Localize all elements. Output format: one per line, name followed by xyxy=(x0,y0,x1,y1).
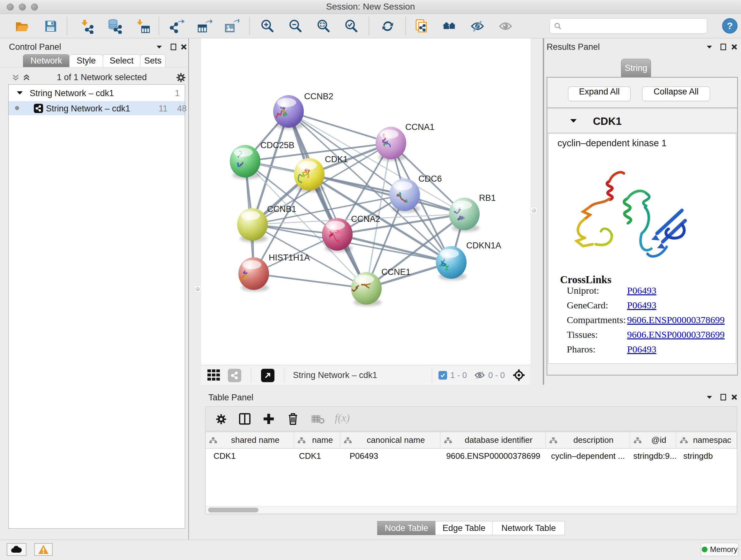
function-builder-icon[interactable]: f(x) xyxy=(335,412,350,424)
tab-sets[interactable]: Sets xyxy=(140,54,165,67)
warning-button[interactable] xyxy=(34,543,53,556)
hide-selected-icon[interactable] xyxy=(470,18,485,34)
import-database-icon[interactable] xyxy=(107,18,122,34)
float-menu-icon[interactable] xyxy=(155,43,165,52)
tab-string[interactable]: String xyxy=(621,59,651,77)
home-icon[interactable] xyxy=(442,18,457,34)
export-network-icon[interactable] xyxy=(170,18,185,34)
tab-network-table[interactable]: Network Table xyxy=(492,521,565,535)
memory-button[interactable]: Memory xyxy=(701,543,738,556)
float-window-icon[interactable] xyxy=(170,43,179,52)
float-menu-icon[interactable] xyxy=(705,393,715,402)
expand-all-button[interactable]: Expand All xyxy=(568,86,630,101)
close-panel-icon[interactable] xyxy=(730,393,740,402)
open-in-browser-icon[interactable] xyxy=(261,369,274,382)
clone-network-icon[interactable] xyxy=(414,18,429,34)
delete-table-icon[interactable] xyxy=(311,415,325,425)
add-column-icon[interactable] xyxy=(262,413,275,427)
network-type-badge-icon[interactable] xyxy=(228,369,241,382)
node-RB1[interactable] xyxy=(449,198,480,232)
crosslink-link[interactable]: 9606.ENSP00000378699 xyxy=(627,329,725,340)
node-CDC6[interactable] xyxy=(389,179,420,212)
column-header-description[interactable]: description xyxy=(546,432,630,448)
edge-HIST1H1A-CCNE1[interactable] xyxy=(254,273,366,288)
crosslink-link[interactable]: P06493 xyxy=(627,344,657,355)
column-header-namespac[interactable]: namespac xyxy=(676,432,737,448)
gene-section-header[interactable]: CDK1 xyxy=(547,108,737,133)
network-collection-row[interactable]: String Network – cdk1 1 xyxy=(9,84,185,101)
cloud-button[interactable] xyxy=(7,543,26,556)
column-header-name[interactable]: name xyxy=(294,432,340,448)
collapse-triangle-icon[interactable] xyxy=(569,117,577,125)
column-header--id[interactable]: @id xyxy=(630,432,676,448)
search-input[interactable] xyxy=(549,18,707,34)
export-table-icon[interactable] xyxy=(197,18,212,34)
column-header-database-identifier[interactable]: database identifier xyxy=(441,432,546,448)
panel-divider-right[interactable] xyxy=(530,38,544,385)
open-session-icon[interactable] xyxy=(14,18,30,34)
network-row-selected[interactable]: String Network – cdk1 11 48 xyxy=(9,101,185,115)
zoom-selected-icon[interactable] xyxy=(344,18,359,34)
zoom-out-icon[interactable] xyxy=(288,18,303,34)
birds-eye-view-icon[interactable] xyxy=(207,369,221,382)
show-all-icon[interactable] xyxy=(498,18,513,34)
table-cell[interactable]: P06493 xyxy=(340,449,441,463)
close-panel-icon[interactable] xyxy=(180,43,189,52)
refresh-icon[interactable] xyxy=(380,18,395,34)
close-panel-icon[interactable] xyxy=(730,43,740,52)
gear-icon[interactable] xyxy=(176,72,185,82)
float-menu-icon[interactable] xyxy=(705,43,715,52)
zoom-in-icon[interactable] xyxy=(260,18,275,34)
node-CCNA1[interactable] xyxy=(376,127,406,161)
tab-style[interactable]: Style xyxy=(69,54,103,67)
network-view[interactable]: CCNB2CCNA1CDC25BCDK1CDC6RB1CCNB1CCNA2CDK… xyxy=(201,38,530,385)
panel-divider-left[interactable] xyxy=(189,38,201,540)
column-header-shared-name[interactable]: shared name xyxy=(205,432,294,448)
zoom-fit-icon[interactable] xyxy=(316,18,331,34)
import-table-icon[interactable] xyxy=(135,18,150,34)
float-window-icon[interactable] xyxy=(719,393,729,402)
show-columns-icon[interactable] xyxy=(239,413,251,427)
divider-handle[interactable] xyxy=(530,207,537,214)
node-CCNA2[interactable] xyxy=(322,218,353,252)
tab-network[interactable]: Network xyxy=(23,54,70,67)
delete-column-icon[interactable] xyxy=(287,412,299,427)
crosslink-link[interactable]: P06493 xyxy=(627,285,657,296)
table-gear-icon[interactable] xyxy=(215,413,227,427)
help-icon[interactable]: ? xyxy=(722,18,737,33)
crosslink-link[interactable]: 9606.ENSP00000378699 xyxy=(627,314,725,325)
save-session-icon[interactable] xyxy=(43,18,58,34)
divider-handle[interactable] xyxy=(194,286,201,293)
node-CCNB1[interactable] xyxy=(237,208,268,242)
table-cell[interactable]: stringdb xyxy=(676,449,737,463)
node-HIST1H1A[interactable] xyxy=(239,257,269,292)
crosshair-icon[interactable] xyxy=(513,369,525,383)
edge-CCNB2-CCNA1[interactable] xyxy=(288,111,391,143)
tab-select[interactable]: Select xyxy=(103,54,140,67)
crosslink-link[interactable]: P06493 xyxy=(627,300,657,311)
collapse-triangle-icon[interactable] xyxy=(16,90,23,97)
selected-nodes-checkbox[interactable] xyxy=(439,371,447,380)
table-cell[interactable]: 9606.ENSP00000378699 xyxy=(441,449,546,463)
node-CCNE1[interactable] xyxy=(351,272,382,306)
export-image-icon[interactable] xyxy=(224,18,239,34)
table-cell[interactable]: CDK1 xyxy=(205,449,294,463)
table-cell[interactable]: CDK1 xyxy=(294,449,340,463)
collapse-all-button[interactable]: Collapse All xyxy=(642,86,710,101)
table-cell[interactable]: stringdb:9... xyxy=(630,449,676,463)
table-cell[interactable]: cyclin–dependent ... xyxy=(546,449,630,463)
tab-node-table[interactable]: Node Table xyxy=(377,521,435,535)
node-CDKN1A[interactable] xyxy=(436,246,467,280)
collapse-all-networks-icon[interactable] xyxy=(11,73,21,83)
scrollbar-thumb[interactable] xyxy=(208,508,259,512)
column-header-canonical-name[interactable]: canonical name xyxy=(340,432,441,448)
tab-edge-table[interactable]: Edge Table xyxy=(435,521,493,535)
node-CDC25B[interactable] xyxy=(230,145,260,179)
expand-all-networks-icon[interactable] xyxy=(22,73,32,83)
float-window-icon[interactable] xyxy=(719,43,729,52)
horizontal-scrollbar[interactable] xyxy=(205,506,737,514)
node-CCNB2[interactable] xyxy=(273,95,304,129)
table-row[interactable]: CDK1CDK1P064939606.ENSP00000378699cyclin… xyxy=(205,449,737,463)
node-CDK1[interactable] xyxy=(294,158,325,192)
hidden-eye-icon[interactable] xyxy=(474,371,485,381)
